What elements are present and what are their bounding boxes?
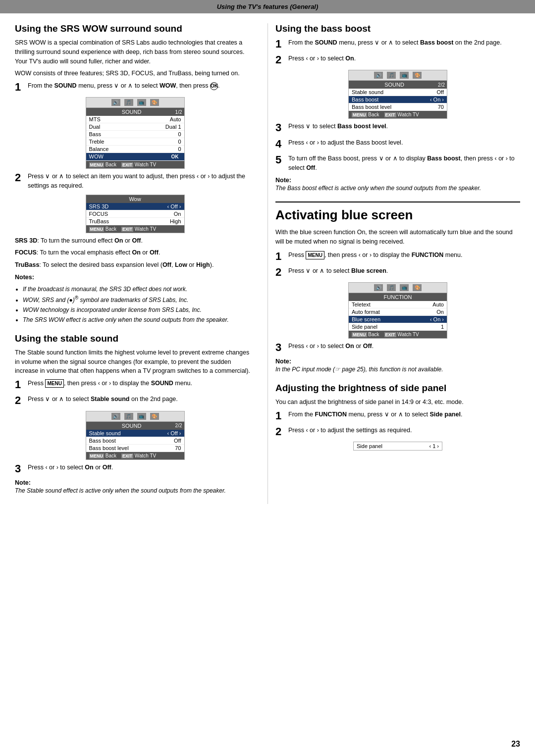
menu-row-mts: MTS Auto [86,116,184,123]
side-panel-section: Adjusting the brightness of side panel Y… [275,383,520,451]
menu-footer-1: MENU Back EXIT Watch TV [86,161,184,168]
menu-icon-4: 🎨 [413,284,422,291]
stable-step-2: 2 Press ∨ or ∧ to select Stable sound on… [15,395,255,406]
step-number: 2 [275,54,284,66]
step-text: Press ∨ or ∧ to select Blue screen. [288,266,520,276]
menu-header-page: 1/2 [175,109,182,115]
menu-row-bassboost: Bass boost ‹ On › [349,96,447,103]
note-item: If the broadcast is monaural, the SRS 3D… [23,285,255,294]
step-number: 1 [275,38,284,50]
note-label: Note: [275,358,291,365]
menu-icons-row: 🔊 🎵 📺 🎨 [349,283,447,293]
menu-icons-row: 🔊 🎵 📺 🎨 [349,70,447,81]
menu-icon-2: 🎵 [124,413,133,420]
stable-menu-header: SOUND 2/2 [86,422,184,430]
bass-boost-section: Using the bass boost 1 From the SOUND me… [275,23,520,193]
side-step-1: 1 From the FUNCTION menu, press ∨ or ∧ t… [275,410,520,422]
bass-menu-header: SOUND 2/2 [349,81,447,89]
menu-icon-4: 🎨 [150,413,159,420]
notes-list: If the broadcast is monaural, the SRS 3D… [15,285,255,324]
blue-step-3: 3 Press ‹ or › to select On or Off. [275,342,520,353]
menu-icon-1: 🔊 [111,99,120,106]
bluescreen-note: Note: In the PC input mode (☞ page 25), … [275,357,520,374]
step-number: 1 [275,410,284,422]
desc-trubass: TruBass: To select the desired bass expa… [15,260,255,270]
section-divider [275,202,520,202]
stable-sound-intro: The Stable sound function limits the hig… [15,348,255,376]
step-number: 5 [275,154,284,166]
menu-row-stable: Stable sound Off [349,89,447,96]
page-number: 23 [511,740,520,749]
menu-icon-1: 🔊 [374,72,383,79]
side-step-2: 2 Press ‹ or › to adjust the settings as… [275,426,520,438]
step-text: Press MENU, then press ‹ or › to display… [288,251,520,260]
menu-row-focus: FOCUS On [86,210,184,218]
step-number: 2 [275,266,284,278]
step-number: 3 [275,342,284,353]
top-bar-text: Using the TV's features (General) [217,3,319,10]
menu-row-wow: WOW OK [86,153,184,161]
stable-sound-section: Using the stable sound The Stable sound … [15,333,255,495]
step-number: 2 [275,426,284,438]
menu-row-autoformat: Auto format On [349,308,447,316]
step-text: From the SOUND menu, press ∨ or ∧ to sel… [28,81,255,91]
side-panel-row: Side panel ‹ 1 › [354,442,442,450]
menu-row-dual: Dual Dual 1 [86,123,184,131]
blue-step-2: 2 Press ∨ or ∧ to select Blue screen. [275,266,520,278]
step-number: 4 [275,138,284,150]
srs-step-1: 1 From the SOUND menu, press ∨ or ∧ to s… [15,81,255,93]
step-text: To turn off the Bass boost, press ∨ or ∧… [288,154,520,173]
side-panel-menu: Side panel ‹ 1 › [353,442,442,451]
desc-srs3d: SRS 3D: To turn the surround effect On o… [15,236,255,246]
step-text: From the FUNCTION menu, press ∨ or ∧ to … [288,410,520,419]
step-number: 1 [15,379,24,391]
stable-menu-footer: MENU Back EXIT Watch TV [86,452,184,459]
step-text: Press ∨ or ∧ to select an item you want … [28,172,255,191]
note-item: The SRS WOW effect is active only when t… [23,316,255,324]
menu-icons-row: 🔊 🎵 📺 🎨 [86,98,184,108]
left-column: Using the SRS WOW surround sound SRS WOW… [15,23,268,504]
srs-notes: Notes: If the broadcast is monaural, the… [15,273,255,324]
menu-icon-2: 🎵 [124,99,133,106]
notes-title: Notes: [15,273,255,282]
menu-row-balance: Balance 0 [86,146,184,153]
top-bar: Using the TV's features (General) [0,0,535,13]
function-menu-footer: MENU Back EXIT Watch TV [349,331,447,338]
menu-header-label: SOUND [88,109,175,115]
bass-step-3: 3 Press ∨ to select Bass boost level. [275,122,520,134]
menu-row-trubass: TruBass High [86,218,184,225]
step-number: 3 [275,122,284,134]
step-number: 1 [15,81,24,93]
stable-sound-menu: 🔊 🎵 📺 🎨 SOUND 2/2 Stable sound ‹ Off › [86,411,185,460]
menu-icon-1: 🔊 [374,284,383,291]
menu-row-bluescreen: Blue screen ‹ On › [349,316,447,323]
step-number: 2 [15,172,24,184]
desc-focus: FOCUS: To turn the vocal emphasis effect… [15,248,255,257]
menu-row-bass: Bass 0 [86,131,184,138]
menu-row-teletext: Teletext Auto [349,301,447,308]
step-text: Press ‹ or › to adjust the settings as r… [288,426,520,435]
sound-menu-1: 🔊 🎵 📺 🎨 SOUND 1/2 MTS Auto Dual [86,97,185,169]
step-number: 3 [15,463,24,475]
step-number: 2 [15,395,24,406]
menu-icon-4: 🎨 [413,72,422,79]
wow-menu: Wow SRS 3D ‹ Off › FOCUS On TruBass High [86,195,185,233]
menu-row-bass-boost: Bass boost Off [86,437,184,445]
srs-wow-intro2: WOW consists of three features; SRS 3D, … [15,69,255,78]
menu-icon-4: 🎨 [150,99,159,106]
stable-sound-title: Using the stable sound [15,333,255,344]
menu-icon-3: 📺 [137,413,146,420]
step-text: Press MENU, then press ‹ or › to display… [28,379,255,388]
step-text: Press ‹ or › to select On or Off. [288,342,520,351]
note-text: In the PC input mode (☞ page 25), this f… [275,365,520,374]
bass-step-2: 2 Press ‹ or › to select On. [275,54,520,66]
side-panel-title: Adjusting the brightness of side panel [275,383,520,394]
note-text: The Stable sound effect is active only w… [15,486,255,495]
wow-menu-footer: MENU Back EXIT Watch TV [86,225,184,233]
menu-header: SOUND 1/2 [86,108,184,116]
bass-menu-footer: MENU Back EXIT Watch TV [349,111,447,118]
menu-row-sidepanel: Side panel 1 [349,323,447,331]
step-text: From the SOUND menu, press ∨ or ∧ to sel… [288,38,520,48]
step-text: Press ∨ or ∧ to select Stable sound on t… [28,395,255,404]
function-menu-header: FUNCTION [349,293,447,301]
